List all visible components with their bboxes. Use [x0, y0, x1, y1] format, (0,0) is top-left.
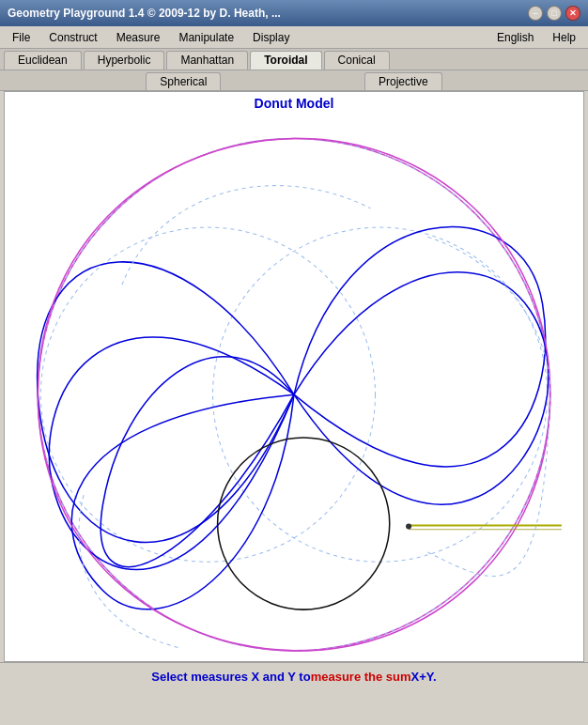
minimize-button[interactable]: –	[528, 6, 543, 21]
tab-conical[interactable]: Conical	[324, 51, 390, 69]
menu-english[interactable]: English	[488, 28, 542, 47]
menu-manipulate[interactable]: Manipulate	[170, 28, 242, 47]
tab-spherical[interactable]: Spherical	[146, 72, 221, 90]
svg-point-7	[406, 524, 411, 530]
tab-manhattan[interactable]: Manhattan	[166, 51, 248, 69]
menu-measure[interactable]: Measure	[108, 28, 169, 47]
maximize-button[interactable]: □	[547, 6, 562, 21]
window-controls: – □ ✕	[528, 6, 580, 21]
tab-row-geometry: Euclidean Hyperbolic Manhattan Toroidal …	[0, 49, 588, 70]
tab-row-model: Spherical Projective	[0, 70, 588, 91]
tab-projective[interactable]: Projective	[364, 72, 442, 90]
tab-euclidean[interactable]: Euclidean	[4, 51, 82, 69]
status-text-end: X+Y.	[411, 670, 437, 684]
status-text-highlight: measure the sum	[311, 670, 411, 684]
menu-bar: File Construct Measure Manipulate Displa…	[0, 26, 588, 49]
canvas-title: Donut Model	[5, 92, 583, 113]
menu-construct[interactable]: Construct	[40, 28, 105, 47]
status-text-prefix: Select measures X and Y to	[151, 670, 310, 684]
window-title: Geometry Playground 1.4 © 2009-12 by D. …	[8, 7, 281, 20]
tab-toroidal[interactable]: Toroidal	[250, 51, 321, 69]
svg-point-4	[218, 438, 390, 609]
status-bar: Select measures X and Y to measure the s…	[0, 662, 588, 690]
menu-help[interactable]: Help	[544, 28, 584, 47]
menu-file[interactable]: File	[4, 28, 39, 47]
tab-hyperbolic[interactable]: Hyperbolic	[84, 51, 165, 69]
svg-point-2	[40, 227, 375, 562]
menu-display[interactable]: Display	[244, 28, 298, 47]
geometry-canvas[interactable]	[5, 113, 583, 657]
canvas-area[interactable]: Donut Model	[4, 91, 584, 662]
close-button[interactable]: ✕	[565, 6, 580, 21]
title-bar: Geometry Playground 1.4 © 2009-12 by D. …	[0, 0, 588, 26]
